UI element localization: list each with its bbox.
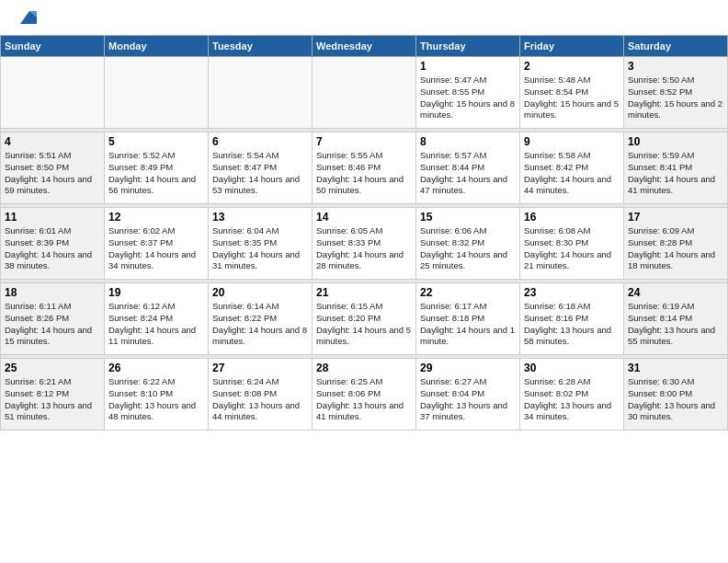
day-info: Sunrise: 6:02 AMSunset: 8:37 PMDaylight:…: [108, 225, 204, 272]
day-info: Sunrise: 5:55 AMSunset: 8:46 PMDaylight:…: [316, 150, 412, 197]
calendar-cell: 29Sunrise: 6:27 AMSunset: 8:04 PMDayligh…: [416, 359, 520, 431]
calendar-cell: 1Sunrise: 5:47 AMSunset: 8:55 PMDaylight…: [416, 57, 520, 129]
calendar-week-row: 1Sunrise: 5:47 AMSunset: 8:55 PMDaylight…: [1, 57, 728, 129]
calendar-week-row: 18Sunrise: 6:11 AMSunset: 8:26 PMDayligh…: [1, 283, 728, 355]
day-info: Sunrise: 6:24 AMSunset: 8:08 PMDaylight:…: [212, 376, 308, 423]
calendar-cell: 22Sunrise: 6:17 AMSunset: 8:18 PMDayligh…: [416, 283, 520, 355]
calendar-body: 1Sunrise: 5:47 AMSunset: 8:55 PMDaylight…: [1, 57, 728, 431]
day-info: Sunrise: 5:51 AMSunset: 8:50 PMDaylight:…: [5, 150, 100, 197]
day-info: Sunrise: 6:25 AMSunset: 8:06 PMDaylight:…: [316, 376, 412, 423]
calendar-header-row: SundayMondayTuesdayWednesdayThursdayFrid…: [1, 36, 728, 57]
calendar-cell: 27Sunrise: 6:24 AMSunset: 8:08 PMDayligh…: [209, 359, 313, 431]
day-info: Sunrise: 6:28 AMSunset: 8:02 PMDaylight:…: [524, 376, 620, 423]
day-number: 27: [212, 362, 308, 374]
calendar-header-friday: Friday: [520, 36, 624, 57]
calendar-cell: [105, 57, 209, 129]
calendar-cell: [209, 57, 313, 129]
day-number: 26: [108, 362, 204, 374]
calendar-cell: 20Sunrise: 6:14 AMSunset: 8:22 PMDayligh…: [209, 283, 313, 355]
calendar-cell: 13Sunrise: 6:04 AMSunset: 8:35 PMDayligh…: [209, 208, 313, 280]
day-number: 11: [5, 211, 100, 224]
day-number: 5: [108, 135, 204, 148]
calendar-cell: 18Sunrise: 6:11 AMSunset: 8:26 PMDayligh…: [1, 283, 105, 355]
day-number: 7: [316, 135, 412, 148]
day-number: 31: [628, 362, 723, 374]
calendar-cell: 4Sunrise: 5:51 AMSunset: 8:50 PMDaylight…: [1, 132, 105, 204]
calendar-week-row: 11Sunrise: 6:01 AMSunset: 8:39 PMDayligh…: [1, 208, 728, 280]
day-info: Sunrise: 6:06 AMSunset: 8:32 PMDaylight:…: [420, 225, 516, 272]
day-number: 13: [212, 211, 308, 224]
calendar-table: SundayMondayTuesdayWednesdayThursdayFrid…: [0, 35, 728, 431]
calendar-cell: [1, 57, 105, 129]
calendar-cell: 23Sunrise: 6:18 AMSunset: 8:16 PMDayligh…: [520, 283, 624, 355]
calendar-cell: 5Sunrise: 5:52 AMSunset: 8:49 PMDaylight…: [105, 132, 209, 204]
calendar-header-thursday: Thursday: [416, 36, 520, 57]
day-number: 8: [420, 135, 516, 148]
calendar-header-wednesday: Wednesday: [313, 36, 416, 57]
calendar-header-tuesday: Tuesday: [209, 36, 313, 57]
day-info: Sunrise: 6:09 AMSunset: 8:28 PMDaylight:…: [628, 225, 723, 272]
calendar-cell: 25Sunrise: 6:21 AMSunset: 8:12 PMDayligh…: [1, 359, 105, 431]
day-number: 3: [628, 60, 723, 73]
calendar-cell: 21Sunrise: 6:15 AMSunset: 8:20 PMDayligh…: [313, 283, 416, 355]
day-number: 25: [5, 362, 100, 374]
calendar-cell: 15Sunrise: 6:06 AMSunset: 8:32 PMDayligh…: [416, 208, 520, 280]
day-number: 14: [316, 211, 412, 224]
day-number: 17: [628, 211, 723, 224]
day-number: 24: [628, 286, 723, 299]
day-number: 20: [212, 286, 308, 299]
day-info: Sunrise: 6:04 AMSunset: 8:35 PMDaylight:…: [212, 225, 308, 272]
day-number: 9: [524, 135, 620, 148]
calendar-cell: 3Sunrise: 5:50 AMSunset: 8:52 PMDaylight…: [624, 57, 728, 129]
calendar-header-monday: Monday: [105, 36, 209, 57]
day-number: 22: [420, 286, 516, 299]
day-number: 1: [420, 60, 516, 73]
day-info: Sunrise: 6:17 AMSunset: 8:18 PMDaylight:…: [420, 301, 516, 348]
day-info: Sunrise: 6:15 AMSunset: 8:20 PMDaylight:…: [316, 301, 412, 348]
calendar-cell: 9Sunrise: 5:58 AMSunset: 8:42 PMDaylight…: [520, 132, 624, 204]
day-info: Sunrise: 5:47 AMSunset: 8:55 PMDaylight:…: [420, 75, 516, 121]
day-info: Sunrise: 5:48 AMSunset: 8:54 PMDaylight:…: [524, 75, 620, 121]
calendar-cell: 2Sunrise: 5:48 AMSunset: 8:54 PMDaylight…: [520, 57, 624, 129]
day-info: Sunrise: 6:27 AMSunset: 8:04 PMDaylight:…: [420, 376, 516, 423]
day-number: 18: [5, 286, 100, 299]
day-info: Sunrise: 6:19 AMSunset: 8:14 PMDaylight:…: [628, 301, 723, 348]
day-number: 21: [316, 286, 412, 299]
calendar-cell: 31Sunrise: 6:30 AMSunset: 8:00 PMDayligh…: [624, 359, 728, 431]
day-info: Sunrise: 5:58 AMSunset: 8:42 PMDaylight:…: [524, 150, 620, 197]
calendar-cell: 19Sunrise: 6:12 AMSunset: 8:24 PMDayligh…: [105, 283, 209, 355]
day-info: Sunrise: 6:18 AMSunset: 8:16 PMDaylight:…: [524, 301, 620, 348]
calendar-cell: 11Sunrise: 6:01 AMSunset: 8:39 PMDayligh…: [1, 208, 105, 280]
day-info: Sunrise: 6:30 AMSunset: 8:00 PMDaylight:…: [628, 376, 723, 423]
logo: [15, 11, 37, 28]
day-info: Sunrise: 6:05 AMSunset: 8:33 PMDaylight:…: [316, 225, 412, 272]
day-number: 6: [212, 135, 308, 148]
day-info: Sunrise: 6:21 AMSunset: 8:12 PMDaylight:…: [5, 376, 100, 423]
day-number: 15: [420, 211, 516, 224]
day-info: Sunrise: 6:01 AMSunset: 8:39 PMDaylight:…: [5, 225, 100, 272]
day-number: 12: [108, 211, 204, 224]
calendar-cell: 6Sunrise: 5:54 AMSunset: 8:47 PMDaylight…: [209, 132, 313, 204]
day-info: Sunrise: 6:14 AMSunset: 8:22 PMDaylight:…: [212, 301, 308, 348]
calendar-cell: [313, 57, 416, 129]
calendar-cell: 30Sunrise: 6:28 AMSunset: 8:02 PMDayligh…: [520, 359, 624, 431]
calendar-week-row: 25Sunrise: 6:21 AMSunset: 8:12 PMDayligh…: [1, 359, 728, 431]
day-info: Sunrise: 5:54 AMSunset: 8:47 PMDaylight:…: [212, 150, 308, 197]
day-number: 4: [5, 135, 100, 148]
day-info: Sunrise: 6:11 AMSunset: 8:26 PMDaylight:…: [5, 301, 100, 348]
calendar-cell: 24Sunrise: 6:19 AMSunset: 8:14 PMDayligh…: [624, 283, 728, 355]
day-info: Sunrise: 6:22 AMSunset: 8:10 PMDaylight:…: [108, 376, 204, 423]
day-number: 28: [316, 362, 412, 374]
day-info: Sunrise: 5:52 AMSunset: 8:49 PMDaylight:…: [108, 150, 204, 197]
day-number: 19: [108, 286, 204, 299]
day-info: Sunrise: 6:12 AMSunset: 8:24 PMDaylight:…: [108, 301, 204, 348]
calendar-header-saturday: Saturday: [624, 36, 728, 57]
day-info: Sunrise: 6:08 AMSunset: 8:30 PMDaylight:…: [524, 225, 620, 272]
calendar-cell: 8Sunrise: 5:57 AMSunset: 8:44 PMDaylight…: [416, 132, 520, 204]
day-number: 29: [420, 362, 516, 374]
day-number: 10: [628, 135, 723, 148]
calendar-cell: 16Sunrise: 6:08 AMSunset: 8:30 PMDayligh…: [520, 208, 624, 280]
day-number: 16: [524, 211, 620, 224]
day-number: 23: [524, 286, 620, 299]
day-info: Sunrise: 5:57 AMSunset: 8:44 PMDaylight:…: [420, 150, 516, 197]
